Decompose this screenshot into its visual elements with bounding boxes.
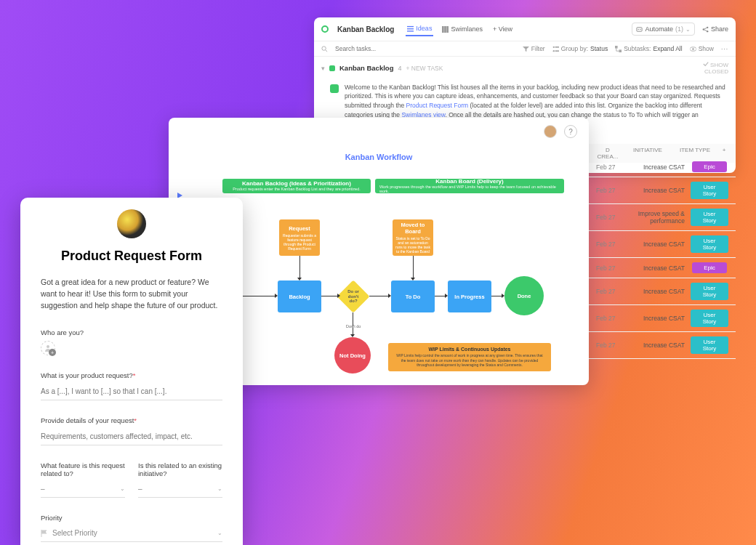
label-request: What is your product request?* <box>41 371 222 379</box>
svg-rect-5 <box>447 26 449 33</box>
label-initiative: Is this related to an existing initiativ… <box>138 461 222 477</box>
cell-item-type: User Story <box>688 283 731 300</box>
svg-point-7 <box>638 28 639 29</box>
wip-note: WIP Limits & Continuous Updates WIP Limi… <box>388 343 551 371</box>
subtasks-button[interactable]: Subtasks: Expand All <box>615 45 683 52</box>
svg-rect-20 <box>615 46 618 49</box>
link-request-form[interactable]: Product Request Form <box>406 102 469 109</box>
cell-item-type: User Story <box>688 310 731 327</box>
robot-icon <box>636 26 643 33</box>
node-done[interactable]: Done <box>504 276 544 315</box>
node-todo[interactable]: To Do <box>391 280 435 312</box>
cell-item-type: User Story <box>688 336 731 354</box>
table-row[interactable]: Feb 27 Increase CSAT User Story <box>589 332 736 359</box>
help-button[interactable]: ? <box>564 125 577 138</box>
cell-date: Feb 27 <box>593 164 622 171</box>
assignee-picker[interactable] <box>41 341 55 355</box>
lane-backlog: Kanban Backlog (Ideas & Prioritization)P… <box>222 179 371 193</box>
show-button[interactable]: Show <box>690 45 714 52</box>
field-who: Who are you? <box>41 328 222 355</box>
list-title: Kanban Backlog <box>337 25 394 33</box>
node-backlog[interactable]: Backlog <box>278 280 321 312</box>
svg-rect-2 <box>407 31 414 31</box>
form-title: Product Request Form <box>41 249 222 264</box>
flag-icon <box>41 530 48 537</box>
section-count: 4 <box>398 65 401 72</box>
new-task-button[interactable]: + NEW TASK <box>406 65 443 72</box>
chevron-down-icon: ⌄ <box>685 26 691 33</box>
tab-add-view[interactable]: + View <box>491 22 514 36</box>
cell-date: Feb 27 <box>593 315 622 322</box>
initiative-select[interactable]: –⌄ <box>138 482 222 498</box>
table-row[interactable]: Feb 27 Increase CSAT Epic <box>589 157 736 177</box>
automate-button[interactable]: Automate (1) ⌄ <box>632 23 695 36</box>
table-row[interactable]: Feb 27 Increase CSAT Epic <box>589 258 736 278</box>
field-feature: What feature is this request related to?… <box>41 461 125 498</box>
feature-select[interactable]: –⌄ <box>41 482 125 498</box>
table-row[interactable]: Feb 27 Improve speed & performance User … <box>589 204 736 231</box>
collapse-icon[interactable]: ▾ <box>321 65 325 72</box>
status-open-icon <box>329 65 335 71</box>
node-moved[interactable]: Moved to BoardStatus is set to To Do and… <box>393 219 433 256</box>
cell-initiative: Improve speed & performance <box>622 210 688 225</box>
share-icon <box>702 26 709 33</box>
more-icon[interactable]: ··· <box>721 45 728 52</box>
avatar[interactable] <box>544 125 557 138</box>
cell-date: Feb 27 <box>593 214 622 221</box>
table-row[interactable]: Feb 27 Increase CSAT User Story <box>589 305 736 332</box>
kanban-topbar: Kanban Backlog Ideas Swimlanes + View Au… <box>314 17 736 41</box>
svg-rect-1 <box>407 28 414 29</box>
label-priority: Priority <box>41 514 222 522</box>
share-button[interactable]: Share <box>702 25 728 33</box>
svg-point-24 <box>47 345 49 348</box>
cell-initiative: Increase CSAT <box>622 265 688 272</box>
person-icon <box>44 344 52 352</box>
label-details: Provide details of your request* <box>41 416 222 424</box>
field-priority: Priority Select Priority ⌄ <box>41 514 222 542</box>
lane-board: Kanban Board (Delivery)Work progresses t… <box>375 179 564 193</box>
svg-rect-6 <box>637 27 642 31</box>
svg-rect-3 <box>442 26 444 33</box>
kanban-section-header: ▾ Kanban Backlog 4 + NEW TASK SHOW CLOSE… <box>314 57 736 80</box>
cell-initiative: Increase CSAT <box>622 187 688 194</box>
list-status-icon <box>321 25 329 33</box>
field-request: What is your product request?* <box>41 371 222 400</box>
check-icon <box>703 61 709 67</box>
cell-initiative: Increase CSAT <box>622 315 688 322</box>
svg-point-17 <box>552 50 554 52</box>
eye-icon <box>690 46 696 52</box>
tab-swimlanes-label: Swimlanes <box>451 25 483 33</box>
search-input[interactable] <box>335 45 393 52</box>
kanban-filterbar: Filter Group by: Status Subtasks: Expand… <box>314 41 736 57</box>
details-input[interactable] <box>41 429 222 445</box>
table-row[interactable]: Feb 27 Increase CSAT User Story <box>589 177 736 204</box>
cell-initiative: Increase CSAT <box>622 288 688 295</box>
group-by-button[interactable]: Group by: Status <box>552 45 608 52</box>
tab-ideas[interactable]: Ideas <box>406 22 433 36</box>
tab-add-view-label: + View <box>493 25 512 33</box>
show-closed-button[interactable]: SHOW CLOSED <box>703 61 728 76</box>
field-details: Provide details of your request* <box>41 416 222 445</box>
svg-point-23 <box>692 48 694 50</box>
table-row[interactable]: Feb 27 Increase CSAT User Story <box>589 278 736 305</box>
svg-point-14 <box>322 46 326 49</box>
view-tabs: Ideas Swimlanes + View <box>406 22 514 36</box>
node-notdoing[interactable]: Not Doing <box>334 337 371 374</box>
svg-rect-0 <box>407 25 414 26</box>
task-checkbox[interactable] <box>330 84 339 93</box>
svg-line-13 <box>704 29 707 31</box>
request-input[interactable] <box>41 384 222 400</box>
cell-date: Feb 27 <box>593 288 622 295</box>
tab-swimlanes[interactable]: Swimlanes <box>441 22 484 36</box>
table-row[interactable]: Feb 27 Increase CSAT User Story <box>589 231 736 258</box>
filter-button[interactable]: Filter <box>523 45 545 52</box>
label-feature: What feature is this request related to? <box>41 461 125 477</box>
svg-line-12 <box>704 28 707 29</box>
node-inprogress[interactable]: In Progress <box>448 280 491 312</box>
tab-ideas-label: Ideas <box>416 25 432 32</box>
priority-select[interactable]: Select Priority ⌄ <box>41 526 222 542</box>
node-request[interactable]: RequestRequester submits a feature reque… <box>279 219 320 256</box>
cell-date: Feb 27 <box>593 342 622 349</box>
cell-item-type: User Story <box>688 209 731 226</box>
node-decision[interactable]: Do or don't do? <box>337 280 369 312</box>
